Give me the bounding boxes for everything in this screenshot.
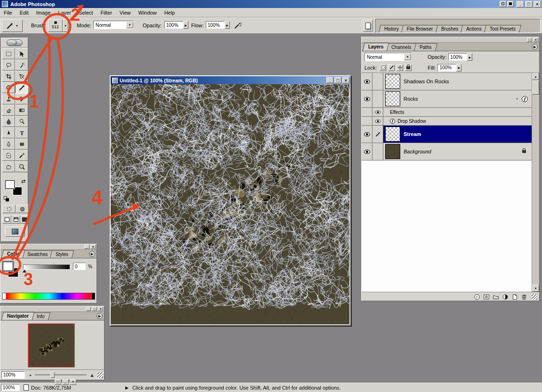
tool-history-brush[interactable] [15, 93, 28, 104]
document-canvas[interactable] [111, 84, 349, 324]
tool-shape[interactable] [15, 138, 28, 150]
well-tab-tool-presets[interactable]: Tool Presets [484, 25, 521, 32]
tab-color[interactable]: Color [1, 250, 25, 258]
tool-move[interactable] [15, 48, 28, 59]
effects-row[interactable]: Effects [362, 108, 532, 117]
layers-palette-close-button[interactable]: × [533, 38, 538, 42]
navigator-menu-button[interactable]: ▶ [97, 313, 103, 319]
tool-brush[interactable] [15, 82, 28, 93]
lock-all-button[interactable] [405, 64, 412, 71]
default-colors-icon[interactable] [4, 196, 9, 201]
tool-zoom[interactable] [15, 161, 28, 172]
tool-clone-stamp[interactable] [2, 93, 15, 104]
opacity-field[interactable]: 100% [164, 21, 183, 29]
layers-scrollbar[interactable]: ▲ ▼ [532, 73, 539, 292]
standard-screen-button[interactable] [2, 215, 11, 224]
brush-preset-dropdown-arrow[interactable]: ▼ [63, 19, 68, 32]
visibility-toggle[interactable] [372, 117, 383, 126]
menu-window[interactable]: Window [135, 10, 161, 16]
scroll-up-button[interactable]: ▲ [532, 73, 539, 80]
swap-colors-icon[interactable]: ⇄ [21, 178, 25, 184]
effect-name[interactable]: Drop Shadow [397, 119, 426, 124]
close-button[interactable]: × [534, 1, 541, 8]
fill-field[interactable]: 100% [437, 64, 456, 72]
doc-minimize-button[interactable]: _ [326, 77, 333, 83]
visibility-toggle[interactable] [362, 90, 372, 107]
fullscreen-menubar-button[interactable] [11, 215, 20, 224]
visibility-toggle[interactable] [362, 143, 372, 160]
menu-edit[interactable]: Edit [16, 10, 32, 16]
navigator-maximize-button[interactable]: □ [92, 307, 97, 311]
new-layer-button[interactable] [510, 293, 519, 301]
doc-close-button[interactable]: × [342, 77, 349, 83]
well-tab-brushes[interactable]: Brushes [436, 25, 464, 32]
visibility-toggle[interactable] [362, 126, 372, 143]
resize-grip[interactable] [532, 294, 537, 300]
foreground-color-swatch[interactable] [5, 180, 15, 189]
layer-name[interactable]: Shadows On Rocks [404, 79, 449, 84]
mode-select[interactable]: Normal ▼ [93, 21, 134, 29]
color-palette-titlebar[interactable]: _ × [0, 244, 97, 250]
well-tab-history[interactable]: History [379, 25, 404, 32]
visibility-toggle[interactable] [362, 73, 372, 90]
doc-maximize-button[interactable]: □ [334, 77, 341, 83]
tool-healing-brush[interactable] [2, 82, 15, 93]
color-menu-button[interactable]: ▶ [89, 251, 95, 257]
layers-opacity-field[interactable]: 100% [448, 53, 467, 61]
visibility-toggle[interactable] [372, 108, 383, 117]
ramp-black-cap[interactable] [91, 293, 95, 299]
flow-spinner[interactable]: ▶ [225, 21, 230, 29]
tool-pen[interactable] [2, 138, 15, 150]
layer-row-rocks[interactable]: Rocks ▼ ƒ [362, 90, 532, 108]
mode-dropdown-arrow-icon[interactable]: ▼ [126, 22, 133, 28]
selected-row-highlight[interactable]: Stream [383, 126, 532, 143]
blend-mode-select[interactable]: Normal ▼ [364, 53, 412, 61]
lock-position-button[interactable] [396, 64, 403, 71]
tool-dropdown-arrow-icon[interactable]: ▼ [16, 24, 18, 27]
collapse-effects-icon[interactable]: ▼ [515, 97, 519, 101]
layer-name[interactable]: Background [404, 149, 431, 154]
color-value-field[interactable]: 0 [73, 263, 86, 270]
layer-thumbnail[interactable] [385, 127, 400, 142]
tab-layers[interactable]: Layers [363, 43, 389, 51]
menu-file[interactable]: File [0, 10, 16, 16]
layer-name[interactable]: Stream [404, 131, 421, 137]
grayscale-slider[interactable] [23, 264, 70, 270]
tool-hand[interactable] [2, 161, 15, 172]
add-layer-style-button[interactable]: ƒ [472, 293, 482, 301]
navigator-zoom-slider[interactable] [35, 374, 87, 376]
navigator-zoom-field[interactable]: 100% [1, 371, 25, 379]
menu-help[interactable]: Help [161, 10, 179, 16]
layer-thumbnail[interactable] [385, 74, 400, 89]
well-tab-actions[interactable]: Actions [461, 25, 487, 32]
status-menu-arrow-icon[interactable]: ▶ [125, 385, 129, 390]
tool-eraser[interactable] [2, 104, 15, 116]
tab-navigator[interactable]: Navigator [1, 312, 34, 320]
document-titlebar[interactable]: Untitled-1 @ 100% (Stream, RGB) _ □ × [111, 76, 350, 84]
navigator-preview[interactable] [28, 323, 75, 368]
tool-lasso[interactable] [2, 59, 15, 71]
scroll-down-button[interactable]: ▼ [532, 285, 539, 292]
titlebar-extra-button-2[interactable] [507, 1, 514, 7]
add-layer-mask-button[interactable] [482, 293, 491, 301]
slider-marker[interactable] [23, 270, 26, 272]
status-zoom-field[interactable]: 100% [1, 384, 20, 391]
tab-channels[interactable]: Channels [386, 43, 417, 51]
zoom-in-icon[interactable]: ▲ [89, 372, 95, 378]
color-ramp[interactable] [2, 293, 95, 300]
zoom-out-icon[interactable]: ▲ [29, 373, 32, 376]
jump-to-imageready-button[interactable] [5, 226, 25, 237]
toolbox-header[interactable] [1, 38, 28, 48]
titlebar-extra-button-1[interactable] [500, 1, 506, 7]
new-adjustment-layer-button[interactable] [501, 293, 510, 301]
layer-style-icon[interactable]: ƒ [522, 96, 528, 102]
layer-row-background[interactable]: Background [362, 143, 532, 160]
fill-spinner[interactable]: ▶ [456, 64, 461, 72]
lock-transparency-button[interactable] [380, 64, 386, 71]
layer-thumbnail[interactable] [385, 144, 400, 159]
navigator-minimize-button[interactable]: _ [86, 307, 91, 311]
tool-slice[interactable] [15, 71, 28, 82]
layer-name[interactable]: Rocks [404, 96, 418, 102]
tool-dodge[interactable] [15, 116, 28, 127]
tool-gradient[interactable] [15, 104, 28, 116]
